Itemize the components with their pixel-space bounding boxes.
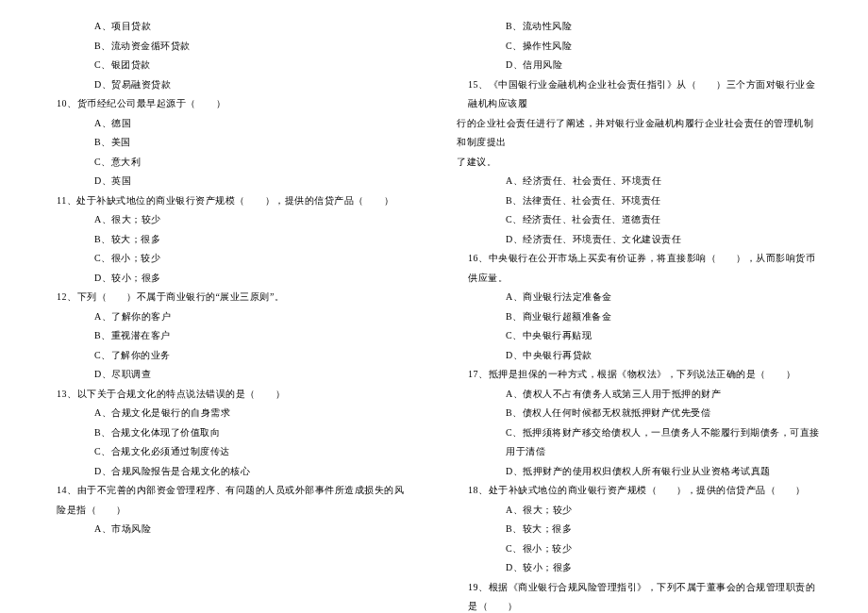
option-line: A、合规文化是银行的自身需求 bbox=[94, 404, 411, 423]
question-stem: 17、抵押是担保的一种方式，根据《物权法》，下列说法正确的是（ ） bbox=[468, 365, 823, 385]
option-line: B、较大；很多 bbox=[94, 230, 411, 250]
option-line: D、贸易融资贷款 bbox=[94, 75, 411, 95]
option-line: A、债权人不占有债务人或第三人用于抵押的财产 bbox=[506, 385, 823, 405]
question-stem: 13、以下关于合规文化的特点说法错误的是（ ） bbox=[57, 385, 411, 405]
question-stem-cont: 了建议。 bbox=[457, 153, 823, 173]
option-line: A、商业银行法定准备金 bbox=[506, 288, 823, 307]
question-stem: 14、由于不完善的内部资金管理程序、有问题的人员或外部事件所造成损失的风险是指（… bbox=[57, 481, 411, 520]
question-stem-cont: 行的企业社会责任进行了阐述，并对银行业金融机构履行企业社会责任的管理机制和制度提… bbox=[457, 114, 823, 153]
option-line: D、抵押财产的使用权归债权人所有银行业从业资格考试真题 bbox=[506, 462, 823, 482]
option-line: A、很大；较少 bbox=[506, 501, 823, 521]
left-column: A、项目贷款 B、流动资金循环贷款 C、银团贷款 D、贸易融资贷款 10、货币经… bbox=[45, 17, 411, 613]
option-line: B、合规文化体现了价值取向 bbox=[94, 423, 411, 443]
option-line: D、中央银行再贷款 bbox=[506, 346, 823, 366]
option-line: C、意大利 bbox=[94, 153, 411, 173]
option-line: D、尽职调查 bbox=[94, 365, 411, 385]
option-line: C、中央银行再贴现 bbox=[506, 326, 823, 346]
option-line: B、商业银行超额准备金 bbox=[506, 307, 823, 327]
right-column: B、流动性风险 C、操作性风险 D、信用风险 15、《中国银行业金融机构企业社会… bbox=[457, 17, 823, 613]
option-line: C、经济责任、社会责任、道德责任 bbox=[506, 210, 823, 230]
question-stem: 12、下列（ ）不属于商业银行的“展业三原则”。 bbox=[57, 288, 411, 307]
option-line: A、经济责任、社会责任、环境责任 bbox=[506, 172, 823, 191]
option-line: C、操作性风险 bbox=[506, 37, 823, 57]
option-line: B、较大；很多 bbox=[506, 520, 823, 539]
option-line: C、抵押须将财产移交给债权人，一旦债务人不能履行到期债务，可直接用于清偿 bbox=[506, 423, 823, 462]
question-stem: 18、处于补缺式地位的商业银行资产规模（ ），提供的信贷产品（ ） bbox=[468, 481, 823, 501]
option-line: D、信用风险 bbox=[506, 56, 823, 75]
option-line: D、经济责任、环境责任、文化建设责任 bbox=[506, 230, 823, 250]
option-line: D、合规风险报告是合规文化的核心 bbox=[94, 462, 411, 482]
option-line: C、银团贷款 bbox=[94, 56, 411, 75]
option-line: C、很小；较少 bbox=[506, 539, 823, 559]
question-stem: 16、中央银行在公开市场上买卖有价证券，将直接影响（ ），从而影响货币供应量。 bbox=[468, 249, 823, 288]
option-line: B、美国 bbox=[94, 133, 411, 153]
option-line: A、很大；较少 bbox=[94, 210, 411, 230]
question-stem: 15、《中国银行业金融机构企业社会责任指引》从（ ）三个方面对银行业金融机构应该… bbox=[468, 75, 823, 114]
option-line: B、流动资金循环贷款 bbox=[94, 37, 411, 57]
option-line: C、很小；较少 bbox=[94, 249, 411, 269]
option-line: D、较小；很多 bbox=[94, 269, 411, 289]
option-line: C、了解你的业务 bbox=[94, 346, 411, 366]
option-line: A、市场风险 bbox=[94, 520, 411, 539]
page-content: A、项目贷款 B、流动资金循环贷款 C、银团贷款 D、贸易融资贷款 10、货币经… bbox=[45, 17, 823, 613]
option-line: D、较小；很多 bbox=[506, 558, 823, 578]
option-line: D、英国 bbox=[94, 172, 411, 191]
option-line: A、德国 bbox=[94, 114, 411, 134]
option-line: B、债权人任何时候都无权就抵押财产优先受偿 bbox=[506, 404, 823, 423]
question-stem: 10、货币经纪公司最早起源于（ ） bbox=[57, 94, 411, 114]
question-stem: 19、根据《商业银行合规风险管理指引》，下列不属于董事会的合规管理职责的是（ ） bbox=[468, 578, 823, 614]
option-line: B、重视潜在客户 bbox=[94, 326, 411, 346]
question-stem: 11、处于补缺式地位的商业银行资产规模（ ），提供的信贷产品（ ） bbox=[57, 191, 411, 211]
option-line: B、法律责任、社会责任、环境责任 bbox=[506, 191, 823, 211]
option-line: A、项目贷款 bbox=[94, 17, 411, 37]
option-line: B、流动性风险 bbox=[506, 17, 823, 37]
option-line: A、了解你的客户 bbox=[94, 307, 411, 327]
option-line: C、合规文化必须通过制度传达 bbox=[94, 442, 411, 462]
